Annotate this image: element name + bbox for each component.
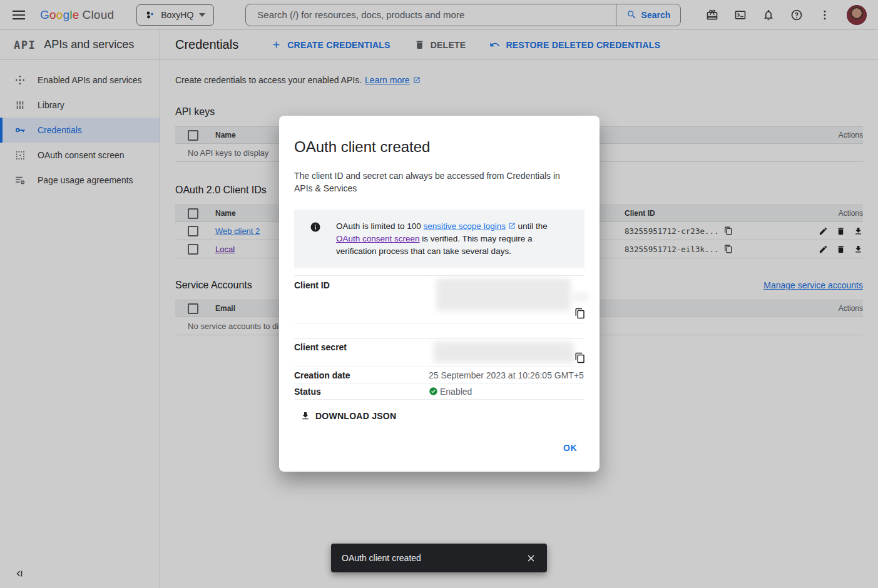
- client-details: Client ID Client secret Creation date 25…: [294, 275, 584, 400]
- client-id-row: Client ID: [294, 276, 584, 323]
- snackbar-text: OAuth client created: [342, 553, 421, 563]
- info-icon: [310, 221, 321, 233]
- creation-date-label: Creation date: [294, 370, 429, 380]
- client-secret-value-redacted: [429, 339, 584, 367]
- check-circle-icon: [429, 387, 438, 396]
- copy-client-secret-button[interactable]: [574, 352, 586, 363]
- snackbar-close-button[interactable]: [519, 547, 542, 569]
- status-row: Status Enabled: [294, 383, 584, 400]
- note-text: until the: [516, 221, 548, 231]
- creation-date-row: Creation date 25 September 2023 at 10:26…: [294, 367, 584, 383]
- dialog-title: OAuth client created: [294, 138, 584, 156]
- copy-client-id-button[interactable]: [574, 308, 586, 319]
- info-banner: OAuth is limited to 100 sensitive scope …: [294, 210, 584, 268]
- sensitive-scope-logins-link[interactable]: sensitive scope logins: [424, 221, 506, 231]
- client-id-value-redacted: [429, 276, 584, 323]
- client-secret-row: Client secret: [294, 339, 584, 367]
- copy-icon: [574, 308, 586, 319]
- download-json-button[interactable]: DOWNLOAD JSON: [294, 407, 402, 425]
- client-id-label: Client ID: [294, 276, 429, 323]
- redacted-blur: [434, 342, 574, 363]
- dialog-body-text: The client ID and secret can always be a…: [294, 170, 576, 195]
- download-json-label: DOWNLOAD JSON: [315, 411, 396, 421]
- client-secret-label: Client secret: [294, 339, 429, 367]
- download-icon: [300, 411, 310, 421]
- info-banner-text: OAuth is limited to 100 sensitive scope …: [336, 220, 572, 258]
- oauth-consent-screen-link[interactable]: OAuth consent screen: [336, 234, 420, 243]
- status-badge: Enabled: [440, 387, 472, 397]
- ok-button[interactable]: OK: [556, 438, 584, 458]
- status-value: Enabled: [429, 387, 584, 397]
- external-link-icon: [508, 222, 516, 230]
- snackbar: OAuth client created: [331, 544, 547, 572]
- oauth-client-created-dialog: OAuth client created The client ID and s…: [279, 116, 600, 472]
- status-label: Status: [294, 387, 429, 397]
- copy-icon: [574, 352, 586, 363]
- close-icon: [526, 553, 536, 564]
- redacted-blur: [436, 278, 571, 311]
- note-text: OAuth is limited to 100: [336, 221, 424, 231]
- redacted-blur: [571, 293, 588, 302]
- creation-date-value: 25 September 2023 at 10:26:05 GMT+5: [429, 370, 584, 380]
- spacer-row: [294, 323, 584, 339]
